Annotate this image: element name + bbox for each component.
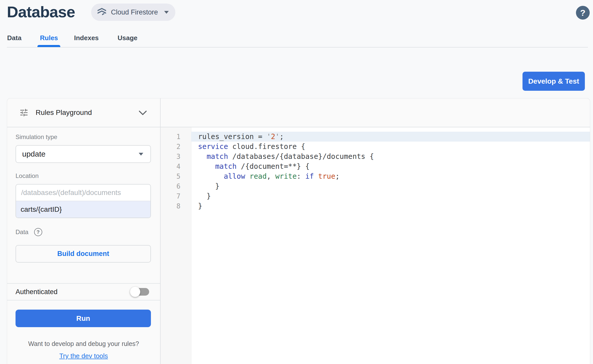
line-number: 6 xyxy=(161,183,191,190)
collapse-chevron-icon[interactable] xyxy=(138,110,147,116)
code-text: match /databases/{database}/documents { xyxy=(191,151,590,161)
chevron-down-icon xyxy=(164,11,169,14)
page-title: Database xyxy=(7,0,75,23)
line-number: 7 xyxy=(161,192,191,200)
code-text: } xyxy=(191,201,590,211)
authenticated-toggle[interactable] xyxy=(131,288,149,296)
code-text: service cloud.firestore { xyxy=(191,142,590,151)
code-line[interactable]: 8} xyxy=(161,201,590,211)
data-section-header: Data ? xyxy=(16,228,42,236)
tab-usage[interactable]: Usage xyxy=(118,34,137,42)
line-number: 4 xyxy=(161,163,191,170)
authenticated-label: Authenticated xyxy=(16,288,58,296)
code-line[interactable]: 2service cloud.firestore { xyxy=(161,142,590,151)
code-line[interactable]: 7 } xyxy=(161,191,590,201)
data-help-icon[interactable]: ? xyxy=(34,228,42,236)
code-text: } xyxy=(191,181,590,191)
line-number: 3 xyxy=(161,153,191,160)
tab-rules[interactable]: Rules xyxy=(40,34,58,42)
dev-tools-question: Want to develop and debug your rules? xyxy=(7,340,160,347)
tab-data[interactable]: Data xyxy=(7,34,21,42)
tab-indexes[interactable]: Indexes xyxy=(74,34,99,42)
simulation-type-select[interactable]: update xyxy=(16,145,151,163)
card-header: Rules Playground xyxy=(7,98,590,127)
code-line[interactable]: 5 allow read, write: if true; xyxy=(161,171,590,181)
line-number: 5 xyxy=(161,173,191,180)
rules-code-editor[interactable]: 1rules_version = '2';2service cloud.fire… xyxy=(161,127,590,364)
firestore-rules-page: Database Cloud Firestore ? Data Rules In… xyxy=(0,0,593,364)
develop-test-button[interactable]: Develop & Test xyxy=(523,72,585,91)
data-label: Data xyxy=(16,229,29,236)
toggle-knob xyxy=(130,287,140,297)
location-label: Location xyxy=(16,172,39,179)
code-lines: 1rules_version = '2';2service cloud.fire… xyxy=(161,132,590,211)
rules-playground-title: Rules Playground xyxy=(36,109,92,117)
simulation-type-label: Simulation type xyxy=(16,133,57,141)
code-text: rules_version = '2'; xyxy=(191,132,590,142)
question-mark-icon: ? xyxy=(580,8,586,18)
section-divider xyxy=(7,300,160,300)
line-number: 8 xyxy=(161,202,191,210)
code-line[interactable]: 1rules_version = '2'; xyxy=(161,132,590,142)
product-switcher-label: Cloud Firestore xyxy=(111,8,158,16)
location-base-path: /databases/(default)/documents xyxy=(16,185,150,201)
build-document-button[interactable]: Build document xyxy=(16,245,151,263)
code-text: } xyxy=(191,191,590,201)
code-text: match /{document=**} { xyxy=(191,161,590,171)
tabs-divider xyxy=(7,47,588,48)
code-line[interactable]: 6 } xyxy=(161,181,590,191)
rules-card: Rules Playground Simulation type update … xyxy=(7,98,590,364)
line-number: 1 xyxy=(161,133,191,141)
section-divider xyxy=(7,283,160,284)
select-caret-icon xyxy=(139,153,143,156)
firestore-icon xyxy=(97,7,107,17)
dev-tools-link[interactable]: Try the dev tools xyxy=(7,352,160,360)
run-button[interactable]: Run xyxy=(16,310,151,327)
simulation-type-value: update xyxy=(22,150,46,158)
help-button[interactable]: ? xyxy=(576,6,590,20)
location-input[interactable]: carts/{cartID} xyxy=(16,201,150,218)
code-text: allow read, write: if true; xyxy=(191,171,590,181)
tune-icon xyxy=(19,108,29,117)
line-number: 2 xyxy=(161,143,191,150)
rules-playground-header[interactable]: Rules Playground xyxy=(19,98,92,127)
code-line[interactable]: 4 match /{document=**} { xyxy=(161,161,590,171)
code-line[interactable]: 3 match /databases/{database}/documents … xyxy=(161,151,590,161)
product-switcher[interactable]: Cloud Firestore xyxy=(91,4,175,21)
location-field: /databases/(default)/documents carts/{ca… xyxy=(16,184,151,218)
